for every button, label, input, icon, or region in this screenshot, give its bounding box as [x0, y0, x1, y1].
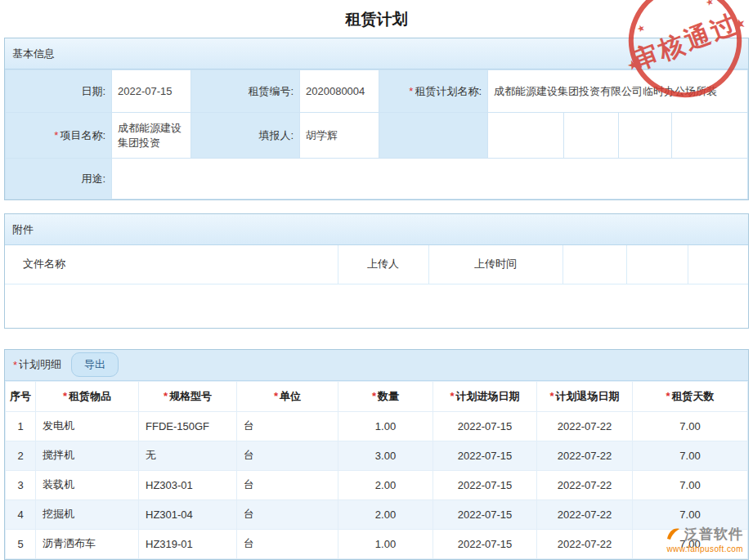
table-cell: 2022-07-22 [537, 441, 633, 470]
reporter-label: 填报人: [191, 113, 300, 159]
plan-details-title: *计划明细 [13, 357, 61, 372]
table-cell: 2.00 [338, 500, 433, 529]
date-value: 2022-07-15 [112, 70, 191, 113]
purpose-value [112, 159, 748, 199]
table-cell: 台 [237, 470, 338, 500]
attach-col-uploadtime: 上传时间 [428, 245, 563, 284]
empty-cell [688, 245, 748, 284]
basic-info-section: 基本信息 日期: 2022-07-15 租赁编号: 2020080004 *租赁… [4, 38, 749, 200]
table-row: 2搅拌机无台3.002022-07-152022-07-227.00 [6, 441, 748, 470]
fanpu-logo-url: www.fanpusoft.com [665, 544, 743, 553]
plan-name-value: 成都能源建设集团投资有限公司临时办公场所装 [488, 70, 748, 113]
table-cell: 2022-07-22 [537, 411, 633, 441]
rental-no-label: 租赁编号: [191, 70, 300, 113]
required-star: * [549, 390, 554, 402]
table-cell: 1.00 [338, 529, 433, 558]
table-cell: 7.00 [633, 470, 748, 500]
page-title: 租赁计划 [0, 0, 753, 38]
plan-details-section: *计划明细 导出 序号*租赁物品*规格型号*单位*数量*计划进场日期*计划退场日… [4, 349, 749, 560]
table-cell: HZ301-04 [139, 500, 237, 529]
empty-cell [488, 113, 564, 159]
table-cell: 7.00 [633, 411, 748, 441]
table-cell: 2022-07-22 [537, 470, 633, 500]
table-cell: FFDE-150GF [139, 411, 237, 441]
empty-cell [626, 245, 688, 284]
table-cell: 沥青洒布车 [36, 529, 139, 558]
table-cell: 5 [6, 529, 36, 558]
table-cell: 2022-07-22 [537, 529, 633, 558]
table-row: 3装载机HZ303-01台2.002022-07-152022-07-227.0… [6, 470, 748, 500]
required-star: * [54, 129, 58, 141]
section-title: 附件 [12, 223, 34, 235]
details-column-header: 序号 [6, 381, 36, 411]
details-column-header: *计划退场日期 [537, 381, 633, 411]
table-cell: HZ319-01 [139, 529, 237, 558]
section-title: 基本信息 [12, 47, 55, 60]
table-cell: 2.00 [338, 470, 433, 500]
table-cell: 台 [237, 441, 338, 470]
empty-cell [619, 113, 672, 159]
basic-info-section-header: 基本信息 [5, 38, 748, 69]
required-star: * [666, 390, 670, 402]
table-cell: 2022-07-22 [537, 500, 633, 529]
purpose-label: 用途: [6, 159, 112, 199]
details-column-header: *规格型号 [139, 381, 237, 411]
attach-col-uploader: 上传人 [338, 245, 428, 284]
table-cell: 3 [6, 470, 36, 500]
details-column-header: *租赁物品 [36, 381, 139, 411]
required-star: * [372, 390, 376, 402]
plan-name-label: *租赁计划名称: [379, 70, 488, 113]
fanpu-logo-icon [665, 525, 681, 544]
table-cell: 2022-07-15 [433, 500, 537, 529]
fanpu-logo: 泛普软件 www.fanpusoft.com [665, 525, 743, 553]
required-star: * [164, 390, 168, 402]
table-cell: 2022-07-15 [433, 441, 537, 470]
reporter-value: 胡学辉 [300, 113, 379, 159]
table-cell: 2022-07-15 [433, 529, 537, 558]
details-column-header: *计划进场日期 [433, 381, 537, 411]
table-cell: 台 [237, 500, 338, 529]
required-star: * [63, 390, 67, 402]
table-cell: 挖掘机 [36, 500, 139, 529]
table-cell: HZ303-01 [139, 470, 237, 500]
export-button[interactable]: 导出 [71, 352, 119, 377]
table-cell: 1.00 [338, 411, 433, 441]
table-cell: 台 [237, 411, 338, 441]
table-cell: 3.00 [338, 441, 433, 470]
plan-details-table: 序号*租赁物品*规格型号*单位*数量*计划进场日期*计划退场日期*租赁天数 1发… [5, 381, 748, 559]
details-column-header: *数量 [338, 381, 433, 411]
attachments-table: 文件名称 上传人 上传时间 [5, 245, 748, 284]
table-cell: 1 [6, 411, 36, 441]
empty-cell [672, 113, 748, 159]
attach-col-filename: 文件名称 [5, 245, 338, 284]
project-label: *项目名称: [6, 113, 112, 159]
table-cell: 2 [6, 441, 36, 470]
rental-no-value: 2020080004 [300, 70, 379, 113]
date-label: 日期: [6, 70, 112, 113]
table-row: 4挖掘机HZ301-04台2.002022-07-152022-07-227.0… [6, 500, 748, 529]
details-column-header: *租赁天数 [633, 381, 748, 411]
table-cell: 装载机 [36, 470, 139, 500]
page: 租赁计划 审核通过 ★ ★ ★ ★ 基本信息 日期: 2022-07-15 租赁… [0, 0, 753, 560]
required-star: * [450, 390, 454, 402]
attachments-section: 附件 文件名称 上传人 上传时间 [4, 213, 749, 329]
attachments-empty-area [5, 284, 748, 328]
basic-info-table: 日期: 2022-07-15 租赁编号: 2020080004 *租赁计划名称:… [5, 69, 748, 199]
table-cell: 搅拌机 [36, 441, 139, 470]
plan-details-bar: *计划明细 导出 [5, 350, 748, 381]
table-cell: 台 [237, 529, 338, 558]
project-value: 成都能源建设集团投资 [112, 113, 191, 159]
table-cell: 2022-07-15 [433, 411, 537, 441]
table-row: 1发电机FFDE-150GF台1.002022-07-152022-07-227… [6, 411, 748, 441]
required-star: * [409, 85, 413, 97]
table-cell: 发电机 [36, 411, 139, 441]
table-cell: 7.00 [633, 441, 748, 470]
table-row: 5沥青洒布车HZ319-01台1.002022-07-152022-07-227… [6, 529, 748, 558]
details-header-row: 序号*租赁物品*规格型号*单位*数量*计划进场日期*计划退场日期*租赁天数 [6, 381, 748, 411]
details-body: 1发电机FFDE-150GF台1.002022-07-152022-07-227… [6, 411, 748, 558]
empty-cell [564, 113, 619, 159]
empty-label-cell [379, 113, 488, 159]
table-cell: 2022-07-15 [433, 470, 537, 500]
required-star: * [13, 359, 17, 371]
required-star: * [274, 390, 278, 402]
